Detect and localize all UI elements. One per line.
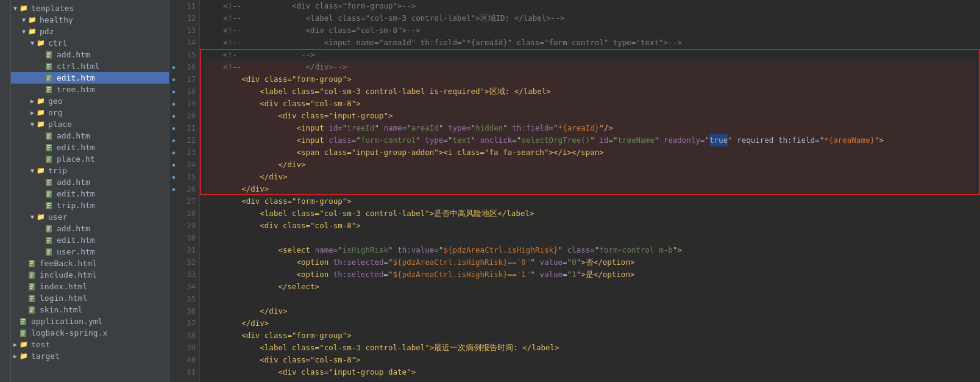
file-icon [28,271,38,279]
sidebar-item-add-html[interactable]: add.htm [11,49,169,60]
line-number-33: 33 [178,268,196,281]
sidebar-item-logback-xml[interactable]: logback-spring.x [11,327,169,339]
svg-rect-18 [47,135,50,137]
sidebar-item-user-add[interactable]: add.htm [11,223,169,234]
file-icon [45,248,55,256]
sidebar-item-target[interactable]: ▶📁target [11,350,169,362]
svg-rect-10 [47,77,50,79]
sidebar-item-trip-html[interactable]: trip.htm [11,200,169,211]
sidebar-item-user[interactable]: ▼📁user [11,211,169,223]
svg-rect-49 [47,250,51,251]
code-line-18: <label class="col-sm-3 control-label is-… [205,85,975,98]
sidebar-item-ctrl[interactable]: ▼📁ctrl [11,37,169,49]
sidebar-item-edit-html[interactable]: edit.htm [11,72,169,84]
file-icon [45,155,55,164]
gutter-18: ● [169,85,178,98]
sidebar-item-index-html[interactable]: index.html [11,281,169,292]
svg-rect-27 [47,160,49,162]
sidebar-item-label-templates: templates [31,4,74,13]
code-line-19: <div class="col-sm-8"> [205,98,975,110]
gutter-28 [169,207,178,220]
gutter-33 [169,268,178,281]
file-icon [45,236,55,245]
sidebar-item-trip-edit[interactable]: edit.htm [11,188,169,200]
sidebar-item-include[interactable]: include.html [11,269,169,281]
sidebar-item-geo[interactable]: ▶📁geo [11,95,169,107]
line-number-20: 20 [178,110,196,122]
gutter-40 [169,354,178,366]
pdz-arrow-icon: ▼ [20,28,28,35]
code-line-33: <option th:selected="${pdzAreaCtrl.isHig… [205,268,975,281]
sidebar-item-org[interactable]: ▶📁org [11,107,169,118]
sidebar-item-user-html[interactable]: user.htm [11,246,169,258]
folder-icon: 📁 [37,213,46,222]
target-arrow-icon: ▶ [11,353,20,359]
code-line-32: <option th:selected="${pdzAreaCtrl.isHig… [205,256,975,268]
gutter-21: ● [169,122,178,134]
sidebar-item-pdz[interactable]: ▼📁pdz [11,26,169,37]
sidebar-item-label-feeBack: feeBack.html [40,259,97,268]
sidebar-item-trip[interactable]: ▼📁trip [11,165,169,176]
sidebar-item-feeBack[interactable]: feeBack.html [11,258,169,269]
svg-rect-33 [47,192,51,193]
gutter-22: ● [169,134,178,146]
file-icon [45,74,55,82]
svg-rect-35 [47,195,49,196]
svg-rect-45 [47,238,51,239]
sidebar-item-tree-html[interactable]: tree.htm [11,84,169,95]
svg-rect-77 [21,331,25,332]
geo-arrow-icon: ▶ [28,98,37,104]
svg-rect-41 [47,226,51,228]
file-icon [45,178,55,187]
left-vertical-label [0,0,11,382]
gutter-37 [169,317,178,330]
line-number-12: 12 [178,12,196,24]
sidebar-item-label-pdz: pdz [40,27,54,36]
sidebar-item-skin-html[interactable]: skin.html [11,304,169,315]
gutter-36 [169,305,178,317]
file-icon [45,190,55,198]
line-number-16: 16 [178,61,196,73]
line-number-17: 17 [178,73,196,85]
line-number-27: 27 [178,195,196,207]
svg-rect-7 [47,68,49,69]
sidebar-item-test[interactable]: ▶📁test [11,339,169,350]
gutter-31 [169,244,178,256]
file-icon [28,294,38,303]
sidebar-item-label-place-add: add.htm [57,131,90,140]
code-line-13: <!-- <div class="col-sm-8">--> [205,24,975,37]
sidebar-item-ctrl-html[interactable]: ctrl.html [11,60,169,72]
gutter-39 [169,342,178,354]
line-number-35: 35 [178,293,196,305]
sidebar-item-label-trip: trip [48,166,67,175]
sidebar-item-healthy[interactable]: ▼📁healthy [11,14,169,26]
sidebar-item-place-add[interactable]: add.htm [11,130,169,142]
file-icon [45,51,55,59]
sidebar-item-place[interactable]: ▼📁place [11,118,169,130]
svg-rect-78 [21,333,24,334]
svg-rect-53 [30,261,34,262]
file-icon [28,306,38,314]
svg-rect-17 [47,134,51,135]
code-content[interactable]: <!-- <div class="form-group">--> <!-- <l… [200,0,980,382]
sidebar-item-templates[interactable]: ▼📁templates [11,2,169,14]
file-icon [45,62,55,71]
gutter-11 [169,0,178,12]
sidebar-item-place-html[interactable]: place.ht [11,153,169,165]
sidebar-item-user-edit[interactable]: edit.htm [11,234,169,246]
sidebar-item-application-yml[interactable]: application.yml [11,315,169,327]
svg-rect-46 [47,240,50,241]
svg-rect-55 [30,265,32,266]
line-number-11: 11 [178,0,196,12]
sidebar-item-label-place: place [48,120,72,129]
sidebar-item-login-html[interactable]: login.html [11,292,169,304]
folder-icon: 📁 [20,341,29,349]
sidebar-item-trip-add[interactable]: add.htm [11,176,169,188]
sidebar-item-label-user: user [48,212,67,222]
sidebar-item-place-edit[interactable]: edit.htm [11,142,169,153]
folder-icon: 📁 [37,97,46,106]
sidebar-item-label-ctrl-html: ctrl.html [57,62,99,71]
svg-rect-73 [21,319,25,320]
code-line-35 [205,293,975,305]
gutter-13 [169,24,178,37]
